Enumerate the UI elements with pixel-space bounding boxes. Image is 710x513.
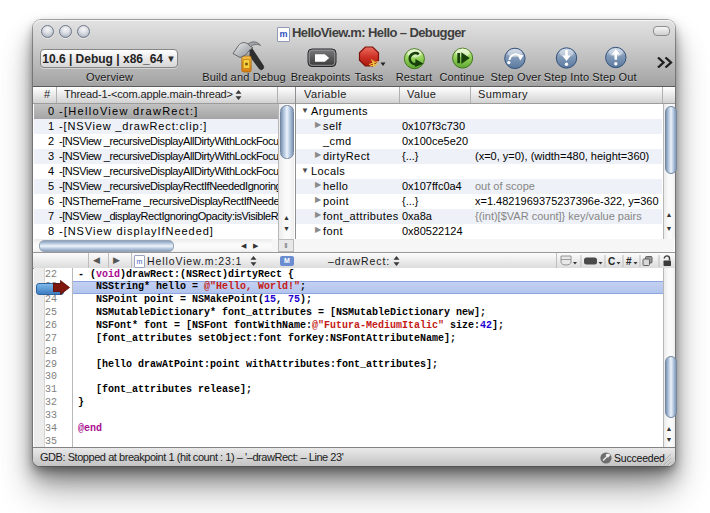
svg-text:C: C [608,256,615,267]
svg-text:#: # [626,256,632,267]
